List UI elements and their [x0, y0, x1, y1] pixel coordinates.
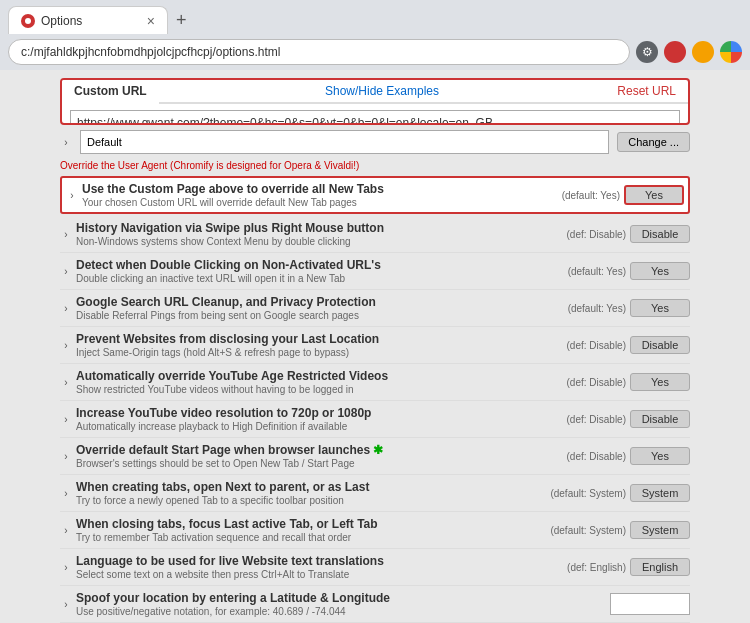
- setting-row-3[interactable]: ›Google Search URL Cleanup, and Privacy …: [60, 290, 690, 327]
- setting-right-8: (default: System)System: [550, 484, 690, 502]
- ext-icon-2[interactable]: [692, 41, 714, 63]
- chevron-6: ›: [60, 414, 72, 425]
- setting-text-1: History Navigation via Swipe plus Right …: [76, 221, 563, 247]
- setting-row-10[interactable]: ›Language to be used for live Website te…: [60, 549, 690, 586]
- custom-url-tab[interactable]: Custom URL: [60, 78, 159, 104]
- reset-url-tab[interactable]: Reset URL: [605, 80, 688, 103]
- setting-desc-8: Try to force a newly opened Tab to a spe…: [76, 495, 546, 506]
- value-button-0[interactable]: Yes: [624, 185, 684, 205]
- setting-right-2: (default: Yes)Yes: [568, 262, 690, 280]
- tab-close-button[interactable]: ×: [147, 14, 155, 28]
- chevron-5: ›: [60, 377, 72, 388]
- setting-title-8: When creating tabs, open Next to parent,…: [76, 480, 546, 494]
- settings-area: ›Use the Custom Page above to override a…: [60, 174, 690, 623]
- setting-right-9: (default: System)System: [550, 521, 690, 539]
- default-label-3: (default: Yes): [568, 303, 626, 314]
- setting-desc-0: Your chosen Custom URL will override def…: [82, 197, 558, 208]
- setting-text-4: Prevent Websites from disclosing your La…: [76, 332, 563, 358]
- value-button-6[interactable]: Disable: [630, 410, 690, 428]
- ext-icon-3[interactable]: [720, 41, 742, 63]
- default-label-4: (def: Disable): [567, 340, 626, 351]
- chevron-4: ›: [60, 340, 72, 351]
- value-button-1[interactable]: Disable: [630, 225, 690, 243]
- url-input-row: [62, 104, 688, 125]
- default-label-9: (default: System): [550, 525, 626, 536]
- ua-description: Override the User Agent (Chromify is des…: [60, 159, 690, 174]
- page-content: Custom URL Show/Hide Examples Reset URL …: [0, 70, 750, 623]
- show-hide-tab[interactable]: Show/Hide Examples: [159, 80, 606, 103]
- chevron-3: ›: [60, 303, 72, 314]
- setting-row-5[interactable]: ›Automatically override YouTube Age Rest…: [60, 364, 690, 401]
- setting-desc-6: Automatically increase playback to High …: [76, 421, 563, 432]
- setting-row-7[interactable]: ›Override default Start Page when browse…: [60, 438, 690, 475]
- setting-desc-2: Double clicking an inactive text URL wil…: [76, 273, 564, 284]
- default-label-6: (def: Disable): [567, 414, 626, 425]
- setting-text-9: When closing tabs, focus Last active Tab…: [76, 517, 546, 543]
- setting-text-2: Detect when Double Clicking on Non-Activ…: [76, 258, 564, 284]
- chevron-9: ›: [60, 525, 72, 536]
- active-tab[interactable]: Options ×: [8, 6, 168, 34]
- value-button-5[interactable]: Yes: [630, 373, 690, 391]
- value-button-9[interactable]: System: [630, 521, 690, 539]
- setting-title-5: Automatically override YouTube Age Restr…: [76, 369, 563, 383]
- new-tab-button[interactable]: +: [168, 6, 195, 34]
- setting-title-10: Language to be used for live Website tex…: [76, 554, 563, 568]
- setting-row-4[interactable]: ›Prevent Websites from disclosing your L…: [60, 327, 690, 364]
- setting-row-11[interactable]: ›Spoof your location by entering a Latit…: [60, 586, 690, 623]
- setting-title-3: Google Search URL Cleanup, and Privacy P…: [76, 295, 564, 309]
- setting-row-6[interactable]: ›Increase YouTube video resolution to 72…: [60, 401, 690, 438]
- setting-desc-4: Inject Same-Origin tags (hold Alt+S & re…: [76, 347, 563, 358]
- setting-title-1: History Navigation via Swipe plus Right …: [76, 221, 563, 235]
- chevron-10: ›: [60, 562, 72, 573]
- setting-desc-10: Select some text on a website then press…: [76, 569, 563, 580]
- setting-desc-7: Browser's settings should be set to Open…: [76, 458, 563, 469]
- setting-row-1[interactable]: ›History Navigation via Swipe plus Right…: [60, 216, 690, 253]
- default-label-7: (def: Disable): [567, 451, 626, 462]
- value-button-2[interactable]: Yes: [630, 262, 690, 280]
- address-bar-row: c:/mjfahldkpjhcnfobmdhpjolcjpcfhcpj/opti…: [0, 34, 750, 70]
- setting-title-9: When closing tabs, focus Last active Tab…: [76, 517, 546, 531]
- value-button-7[interactable]: Yes: [630, 447, 690, 465]
- setting-right-4: (def: Disable)Disable: [567, 336, 690, 354]
- setting-text-5: Automatically override YouTube Age Restr…: [76, 369, 563, 395]
- setting-right-10: (def: English)English: [567, 558, 690, 576]
- tab-title: Options: [41, 14, 82, 28]
- default-label-5: (def: Disable): [567, 377, 626, 388]
- tab-bar: Options × +: [0, 0, 750, 34]
- setting-text-7: Override default Start Page when browser…: [76, 443, 563, 469]
- chevron-11: ›: [60, 599, 72, 610]
- user-agent-input[interactable]: [80, 130, 609, 154]
- setting-desc-9: Try to remember Tab activation sequence …: [76, 532, 546, 543]
- extensions-icon[interactable]: ⚙: [636, 41, 658, 63]
- setting-text-6: Increase YouTube video resolution to 720…: [76, 406, 563, 432]
- address-text: c:/mjfahldkpjhcnfobmdhpjolcjpcfhcpj/opti…: [21, 45, 280, 59]
- setting-right-0: (default: Yes)Yes: [562, 185, 684, 205]
- setting-row-9[interactable]: ›When closing tabs, focus Last active Ta…: [60, 512, 690, 549]
- chevron-2: ›: [60, 266, 72, 277]
- setting-title-6: Increase YouTube video resolution to 720…: [76, 406, 563, 420]
- address-bar[interactable]: c:/mjfahldkpjhcnfobmdhpjolcjpcfhcpj/opti…: [8, 39, 630, 65]
- default-label-10: (def: English): [567, 562, 626, 573]
- setting-desc-5: Show restricted YouTube videos without h…: [76, 384, 563, 395]
- setting-title-11: Spoof your location by entering a Latitu…: [76, 591, 606, 605]
- setting-title-2: Detect when Double Clicking on Non-Activ…: [76, 258, 564, 272]
- setting-text-8: When creating tabs, open Next to parent,…: [76, 480, 546, 506]
- chevron-8: ›: [60, 488, 72, 499]
- setting-row-8[interactable]: ›When creating tabs, open Next to parent…: [60, 475, 690, 512]
- setting-desc-11: Use positive/negative notation, for exam…: [76, 606, 606, 617]
- setting-row-2[interactable]: ›Detect when Double Clicking on Non-Acti…: [60, 253, 690, 290]
- location-input[interactable]: [610, 593, 690, 615]
- setting-right-5: (def: Disable)Yes: [567, 373, 690, 391]
- value-button-3[interactable]: Yes: [630, 299, 690, 317]
- default-label-8: (default: System): [550, 488, 626, 499]
- value-button-8[interactable]: System: [630, 484, 690, 502]
- value-button-10[interactable]: English: [630, 558, 690, 576]
- value-button-4[interactable]: Disable: [630, 336, 690, 354]
- setting-row-0[interactable]: ›Use the Custom Page above to override a…: [60, 176, 690, 214]
- default-label-0: (default: Yes): [562, 190, 620, 201]
- change-button[interactable]: Change ...: [617, 132, 690, 152]
- setting-right-1: (def: Disable)Disable: [567, 225, 690, 243]
- user-agent-row: › Change ...: [60, 125, 690, 159]
- custom-url-input[interactable]: [70, 110, 680, 125]
- ext-icon-1[interactable]: [664, 41, 686, 63]
